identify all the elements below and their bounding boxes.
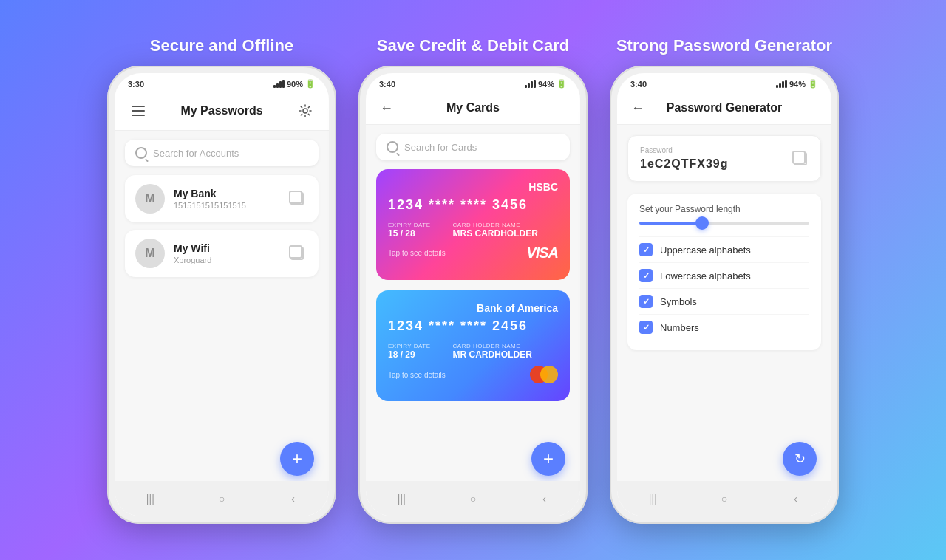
status-battery-2: 94% (538, 80, 554, 89)
app-title-3: Password Generator (667, 101, 783, 115)
checkbox-checkmark-1: ✓ (643, 245, 650, 255)
holder-label-boa: CARD HOLDER NAME (453, 343, 532, 349)
account-name-bank: My Bank (174, 188, 277, 199)
nav-menu-icon[interactable]: ||| (141, 490, 159, 508)
copy-button-bank[interactable] (286, 188, 308, 210)
checkbox-lowercase[interactable]: ✓ Lowercase alphabets (639, 262, 809, 288)
generate-password-fab[interactable]: ↻ (783, 442, 817, 476)
copy-icon-bank (290, 192, 304, 205)
checkbox-checkmark-3: ✓ (643, 297, 650, 307)
section-title-1: Secure and Offline (150, 36, 293, 55)
nav-back-icon-3[interactable]: ‹ (787, 490, 805, 508)
checkbox-symbols-label: Symbols (660, 296, 697, 307)
length-slider-fill (639, 222, 699, 225)
length-slider-thumb[interactable] (695, 216, 709, 230)
search-icon-1 (135, 147, 147, 159)
checkbox-symbols-box: ✓ (639, 295, 653, 308)
nav-home-icon-3[interactable]: ○ (715, 490, 733, 508)
card-details-hsbc: EXPIRY DATE 15 / 28 CARD HOLDER NAME MRS… (388, 222, 558, 239)
back-button-3[interactable]: ← (629, 99, 647, 117)
settings-button[interactable] (293, 99, 317, 123)
bottom-nav-3: ||| ○ ‹ (617, 481, 831, 516)
checkbox-lowercase-box: ✓ (639, 269, 653, 282)
slider-label: Set your Password length (639, 204, 809, 214)
account-info-bank: My Bank 1515151515151515 (174, 188, 277, 210)
back-arrow-icon: ← (380, 101, 393, 115)
avatar-wifi: M (135, 239, 165, 268)
fab-plus-icon-2: + (543, 448, 554, 469)
copy-password-button[interactable] (789, 148, 811, 170)
copy-button-wifi[interactable] (286, 242, 308, 264)
holder-value-hsbc: MRS CARDHOLDER (453, 228, 538, 239)
phone-section-3: Strong Password Generator 3:40 94% 🔋 (610, 36, 839, 524)
add-account-fab[interactable]: + (280, 442, 314, 476)
tap-text-hsbc: Tap to see details (388, 249, 446, 257)
card-footer-boa: Tap to see details (388, 366, 558, 383)
card-number-hsbc: 1234 **** **** 3456 (388, 197, 558, 213)
nav-home-icon-2[interactable]: ○ (464, 490, 482, 508)
card-bank-name-boa: Bank of America (388, 302, 558, 314)
signal-bars-1 (273, 80, 285, 88)
length-slider-track (639, 222, 809, 225)
card-footer-hsbc: Tap to see details VISA (388, 245, 558, 262)
nav-menu-icon-2[interactable]: ||| (392, 490, 410, 508)
hamburger-icon (132, 106, 145, 116)
tap-text-boa: Tap to see details (388, 371, 446, 379)
nav-back-icon-2[interactable]: ‹ (536, 490, 554, 508)
back-button-2[interactable]: ← (378, 99, 395, 117)
search-placeholder-2: Search for Cards (404, 142, 477, 153)
status-bar-3: 3:40 94% 🔋 (617, 73, 831, 92)
account-item-wifi[interactable]: M My Wifi Xproguard (125, 230, 319, 277)
search-bar-1[interactable]: Search for Accounts (125, 140, 319, 166)
mastercard-logo (530, 366, 558, 383)
card-bank-name-hsbc: HSBC (388, 181, 558, 193)
expiry-label-hsbc: EXPIRY DATE (388, 222, 431, 228)
status-battery-1: 90% (287, 80, 303, 89)
card-hsbc[interactable]: HSBC 1234 **** **** 3456 EXPIRY DATE 15 … (376, 169, 570, 280)
account-list: M My Bank 1515151515151515 M (115, 175, 329, 277)
checkbox-uppercase[interactable]: ✓ Uppercase alphabets (639, 236, 809, 262)
status-time-3: 3:40 (630, 80, 647, 89)
gear-icon (298, 103, 313, 118)
bottom-nav-1: ||| ○ ‹ (115, 481, 329, 516)
phone-frame-2: 3:40 94% 🔋 ← (358, 66, 588, 524)
checkbox-checkmark-4: ✓ (643, 323, 650, 332)
avatar-bank: M (135, 184, 165, 214)
checkbox-numbers[interactable]: ✓ Numbers (639, 314, 809, 340)
phone-frame-3: 3:40 94% 🔋 ← (610, 66, 839, 524)
refresh-icon: ↻ (794, 451, 806, 467)
checkbox-numbers-label: Numbers (660, 322, 699, 333)
account-sub-bank: 1515151515151515 (174, 201, 277, 210)
nav-back-icon[interactable]: ‹ (285, 490, 302, 508)
account-info-wifi: My Wifi Xproguard (174, 242, 277, 264)
add-card-fab[interactable]: + (531, 442, 565, 476)
card-boa[interactable]: Bank of America 1234 **** **** 2456 EXPI… (376, 290, 570, 401)
search-bar-2[interactable]: Search for Cards (376, 134, 570, 160)
hamburger-menu-button[interactable] (126, 99, 150, 123)
app-title-1: My Passwords (180, 104, 262, 117)
status-bar-1: 3:30 90% 🔋 (115, 73, 329, 92)
status-battery-3: 94% (789, 80, 806, 89)
phone-section-2: Save Credit & Debit Card 3:40 94% 🔋 (358, 36, 588, 524)
signal-bars-2 (525, 80, 536, 88)
checkbox-symbols[interactable]: ✓ Symbols (639, 288, 809, 314)
holder-label-hsbc: CARD HOLDER NAME (453, 222, 538, 228)
expiry-value-boa: 18 / 29 (388, 349, 431, 360)
back-arrow-icon-3: ← (631, 101, 644, 115)
app-header-1: My Passwords (115, 92, 329, 131)
nav-menu-icon-3[interactable]: ||| (644, 490, 661, 508)
signal-bars-3 (776, 80, 787, 88)
status-bar-2: 3:40 94% 🔋 (366, 73, 580, 92)
holder-value-boa: MR CARDHOLDER (453, 349, 532, 360)
nav-home-icon[interactable]: ○ (213, 490, 231, 508)
phone-frame-1: 3:30 90% 🔋 (107, 66, 336, 524)
checkbox-lowercase-label: Lowercase alphabets (660, 270, 751, 281)
app-title-2: My Cards (446, 101, 500, 115)
status-time-2: 3:40 (379, 80, 395, 89)
search-icon-2 (387, 141, 398, 153)
bottom-nav-2: ||| ○ ‹ (366, 481, 580, 516)
account-item-bank[interactable]: M My Bank 1515151515151515 (125, 175, 319, 222)
section-title-3: Strong Password Generator (616, 36, 832, 55)
phone-section-1: Secure and Offline 3:30 90% 🔋 (107, 36, 336, 524)
password-label: Password (640, 146, 809, 154)
